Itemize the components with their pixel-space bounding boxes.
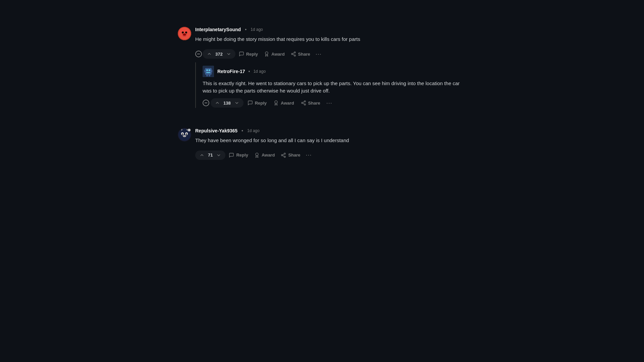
- reply-text: This is exactly right. He went to statio…: [203, 80, 466, 95]
- svg-point-23: [302, 102, 303, 104]
- downvote-button[interactable]: [225, 51, 233, 57]
- vote-count: 71: [207, 153, 213, 158]
- timestamp: 1d ago: [253, 69, 266, 74]
- svg-point-21: [275, 101, 277, 103]
- svg-line-25: [303, 103, 304, 104]
- svg-rect-14: [206, 69, 208, 71]
- upvote-icon: [215, 100, 220, 106]
- upvote-button[interactable]: [198, 152, 206, 159]
- more-button[interactable]: ···: [314, 49, 324, 59]
- award-icon: [254, 153, 260, 158]
- reply-icon: [248, 100, 253, 106]
- reply-label: Reply: [246, 52, 258, 57]
- upvote-button[interactable]: [213, 100, 221, 106]
- award-label: Award: [262, 153, 275, 158]
- svg-point-6: [265, 52, 268, 54]
- collapse-button[interactable]: [195, 51, 202, 57]
- share-button[interactable]: Share: [298, 98, 323, 108]
- username[interactable]: Repulsive-Yak9365: [195, 128, 237, 133]
- svg-rect-17: [204, 70, 205, 72]
- more-button[interactable]: ···: [304, 150, 314, 160]
- comment-2: Repulsive-Yak9365 • 1d ago They have bee…: [178, 128, 466, 160]
- comment-header: Repulsive-Yak9365 • 1d ago: [195, 128, 466, 133]
- reply-button[interactable]: Reply: [226, 150, 251, 160]
- username[interactable]: InterplanetarySound: [195, 27, 241, 32]
- timestamp: 1d ago: [251, 27, 263, 32]
- reply-button[interactable]: Reply: [245, 98, 269, 108]
- upvote-button[interactable]: [205, 51, 213, 57]
- vote-count: 138: [223, 101, 231, 106]
- vote-count: 372: [215, 52, 223, 57]
- comment-2-actions: 71 Reply Award: [195, 150, 466, 160]
- downvote-button[interactable]: [215, 152, 223, 159]
- upvote-icon: [207, 51, 212, 57]
- vote-section: 372: [203, 49, 235, 59]
- svg-rect-15: [209, 69, 210, 71]
- comment-text: He might be doing the story mission that…: [195, 36, 466, 43]
- comment-header: InterplanetarySound • 1d ago: [195, 27, 466, 32]
- share-label: Share: [298, 52, 310, 57]
- reply-button[interactable]: Reply: [236, 49, 261, 59]
- svg-rect-19: [206, 75, 208, 76]
- award-button[interactable]: Award: [271, 98, 297, 108]
- svg-line-41: [283, 154, 284, 155]
- section-divider: [178, 118, 466, 128]
- award-label: Award: [281, 101, 294, 106]
- award-label: Award: [271, 52, 285, 57]
- svg-point-2: [182, 32, 184, 34]
- reply-1-header: RetroFire-17 • 1d ago: [203, 66, 466, 77]
- svg-point-8: [291, 53, 293, 55]
- svg-point-24: [304, 104, 306, 105]
- downvote-button[interactable]: [233, 100, 241, 106]
- share-icon: [281, 153, 286, 158]
- svg-point-5: [184, 34, 185, 35]
- svg-rect-18: [211, 70, 212, 72]
- svg-rect-13: [205, 68, 212, 75]
- reply-label: Reply: [255, 101, 267, 106]
- downvote-icon: [226, 51, 231, 57]
- collapse-icon: [197, 54, 200, 54]
- share-label: Share: [308, 101, 320, 106]
- svg-rect-20: [209, 75, 210, 76]
- page-container: InterplanetarySound • 1d ago He might be…: [171, 0, 473, 183]
- svg-point-7: [294, 52, 296, 53]
- share-button[interactable]: Share: [288, 49, 313, 59]
- share-button[interactable]: Share: [278, 150, 303, 160]
- downvote-icon: [216, 153, 221, 158]
- avatar-wrapper: [178, 128, 191, 141]
- svg-point-36: [256, 153, 258, 156]
- username[interactable]: RetroFire-17: [217, 69, 245, 74]
- svg-point-32: [186, 133, 187, 135]
- vote-section: 71: [195, 150, 225, 160]
- svg-line-40: [283, 156, 284, 157]
- share-icon: [291, 51, 296, 57]
- avatar: [178, 27, 191, 40]
- avatar: [203, 66, 214, 77]
- comment-1: InterplanetarySound • 1d ago He might be…: [178, 27, 466, 108]
- reply-thread: RetroFire-17 • 1d ago This is exactly ri…: [195, 62, 466, 108]
- svg-line-10: [292, 54, 294, 55]
- online-dot: [188, 129, 191, 131]
- award-icon: [264, 51, 269, 57]
- share-label: Share: [288, 153, 300, 158]
- downvote-icon: [234, 100, 239, 106]
- comment-text: They have been wronged for so long and a…: [195, 137, 466, 144]
- vote-section: 138: [211, 98, 244, 108]
- reply-1-actions: 138 Reply: [203, 98, 466, 108]
- svg-line-11: [292, 53, 294, 54]
- more-button[interactable]: ···: [324, 98, 334, 108]
- share-icon: [301, 100, 306, 106]
- award-button[interactable]: Award: [252, 150, 278, 160]
- award-icon: [273, 100, 279, 106]
- reply-icon: [229, 153, 234, 158]
- svg-point-38: [281, 155, 283, 156]
- reply-label: Reply: [236, 153, 248, 158]
- collapse-icon: [205, 103, 207, 103]
- collapse-button[interactable]: [203, 100, 209, 106]
- svg-point-39: [284, 156, 285, 157]
- reply-icon: [239, 51, 244, 57]
- svg-point-37: [284, 153, 285, 154]
- award-button[interactable]: Award: [261, 49, 287, 59]
- svg-point-31: [182, 133, 183, 135]
- comment-1-actions: 372 Reply Award: [195, 49, 466, 59]
